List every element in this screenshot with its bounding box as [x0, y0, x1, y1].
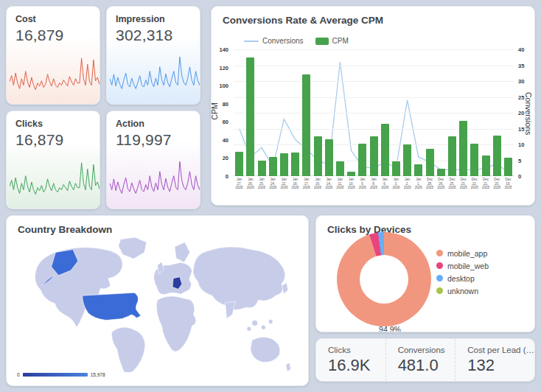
kpi-value: 119,997 — [107, 129, 200, 149]
axis-tick-label: 100 — [212, 83, 231, 89]
gridline — [234, 81, 514, 82]
stat-cost-per-lead: Cost per Lead (… 132 — [455, 339, 534, 381]
gridline — [234, 49, 514, 50]
chart-title: Conversions Rate & Average CPM — [212, 7, 534, 26]
axis-tick-label: 15 — [516, 126, 535, 133]
cpm-chart-legend: ConversionsCPM — [244, 37, 356, 45]
map-region-united-states[interactable] — [83, 293, 141, 320]
legend-item-unknown[interactable]: unknown — [436, 284, 489, 297]
devices-donut-chart[interactable] — [337, 232, 431, 326]
kpi-label: Action — [107, 111, 200, 129]
map-title: Country Breakdown — [7, 216, 308, 235]
axis-tick-label: 25 — [516, 94, 535, 101]
x-axis-label: Dec28,2025 — [424, 178, 435, 190]
map-region-island — [268, 320, 273, 324]
x-axis-label: Jan25,2026 — [256, 178, 267, 190]
axis-tick-label: 35 — [516, 63, 535, 69]
conversions-cpm-card: Conversions Rate & Average CPM Conversio… — [211, 6, 535, 206]
cpm-bar — [235, 152, 243, 176]
legend-label: mobile_app — [447, 249, 487, 258]
cost-sparkline-chart — [10, 52, 100, 99]
x-axis-label: Jan8,2026 — [368, 178, 379, 190]
cpm-bar — [504, 158, 512, 176]
legend-label: Conversions — [262, 37, 304, 45]
legend-item-cpm[interactable]: CPM — [315, 37, 349, 45]
x-axis-label: Jan1,2026 — [413, 178, 424, 190]
cpm-chart-plot — [234, 49, 514, 176]
x-axis-label: Dec23,2025 — [458, 178, 469, 190]
x-axis-label: Dec22,2025 — [469, 178, 480, 190]
x-axis-label: Jan10,2026 — [346, 178, 357, 190]
map-region-scandinavia — [175, 242, 190, 262]
x-axis-label: Dec20,2025 — [492, 178, 503, 190]
cpm-bar — [470, 144, 478, 176]
legend-label: CPM — [332, 37, 349, 45]
legend-gradient-bar — [23, 373, 88, 377]
bar-legend-mark — [315, 38, 329, 45]
cpm-bar — [426, 149, 434, 176]
devices-legend: mobile_appmobile_webdesktopunknown — [436, 247, 489, 297]
x-axis-label: Jan3,2026 — [391, 178, 402, 190]
stat-value: 132 — [467, 356, 534, 375]
stat-label: Conversions — [398, 346, 456, 354]
x-axis-label: Jan18,2026 — [290, 178, 301, 190]
axis-tick-label: 20 — [212, 155, 231, 161]
map-region-island — [247, 326, 251, 331]
legend-label: unknown — [447, 287, 478, 295]
cpm-bar — [325, 139, 333, 176]
cpm-bar — [414, 164, 422, 176]
cpm-bar — [370, 136, 378, 176]
cpm-bar — [381, 124, 389, 176]
cpm-bar — [347, 172, 355, 176]
kpi-card-impression[interactable]: Impression 302,318 — [106, 6, 200, 105]
map-region-asia — [193, 247, 285, 309]
legend-item-mobile_app[interactable]: mobile_app — [436, 247, 489, 259]
legend-item-mobile_web[interactable]: mobile_web — [436, 259, 489, 272]
cpm-bar — [336, 161, 344, 176]
stat-label: Cost per Lead (… — [467, 346, 534, 354]
legend-max-label: 15,978 — [91, 372, 105, 377]
kpi-card-action[interactable]: Action 119,997 — [106, 111, 200, 209]
x-axis-label: Jan6,2026 — [380, 178, 391, 190]
axis-tick-label: 60 — [212, 119, 231, 125]
cpm-bar — [392, 161, 400, 176]
map-color-legend: 0 15,978 — [17, 372, 105, 377]
stat-value: 16.9K — [328, 356, 385, 375]
gridline — [234, 113, 514, 113]
x-axis-label: Dec26,2025 — [436, 178, 447, 190]
axis-tick-label: 0 — [212, 173, 231, 180]
kpi-value: 16,879 — [7, 129, 100, 149]
x-axis-label: Jan17,2026 — [301, 178, 312, 190]
x-axis-label: Jan11,2026 — [335, 178, 346, 190]
x-axis-label: Jan2,2026 — [402, 178, 413, 190]
map-region-island — [252, 321, 258, 326]
legend-item-desktop[interactable]: desktop — [436, 272, 489, 284]
cpm-bar — [246, 57, 254, 176]
cpm-bar — [291, 153, 299, 176]
legend-dot — [436, 262, 443, 269]
x-axis-labels: Jan27,2026Jan26,2026Jan25,2026Jan24,2026… — [234, 178, 514, 190]
country-breakdown-card: Country Breakdown — [6, 215, 309, 386]
kpi-value: 16,879 — [7, 24, 100, 44]
cpm-bar — [448, 136, 456, 176]
cpm-bar — [403, 144, 411, 176]
cpm-bar — [269, 157, 277, 176]
map-region-india — [226, 301, 236, 318]
map-region-japan — [282, 283, 288, 295]
axis-tick-label: 80 — [212, 101, 231, 108]
gridline — [234, 97, 514, 98]
kpi-card-cost[interactable]: Cost 16,879 — [6, 6, 100, 105]
kpi-card-clicks[interactable]: Clicks 16,879 — [6, 111, 100, 209]
gridline — [234, 66, 514, 66]
map-region-australia — [251, 337, 280, 362]
legend-dot — [436, 287, 443, 294]
x-axis-label: Jan22,2026 — [279, 178, 290, 190]
impression-sparkline-chart — [110, 52, 200, 99]
cpm-bar — [302, 74, 310, 176]
cpm-bar — [437, 169, 445, 176]
summary-stats-card: Clicks 16.9K Conversions 481.0 Cost per … — [315, 338, 535, 382]
cpm-bar — [280, 153, 288, 176]
legend-item-conversions[interactable]: Conversions — [244, 37, 304, 45]
x-axis-label: Jan16,2026 — [312, 178, 323, 190]
cpm-bar — [493, 136, 501, 176]
